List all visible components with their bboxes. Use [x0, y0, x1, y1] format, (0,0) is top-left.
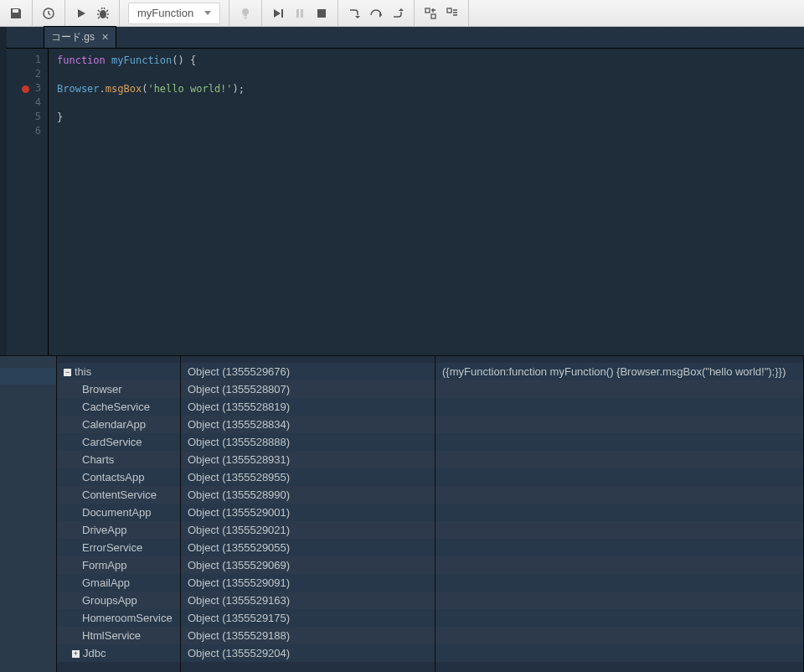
scope-item[interactable]: ContactsApp: [57, 468, 180, 486]
step-into-button[interactable]: [343, 3, 365, 24]
scope-item-preview: [436, 574, 803, 592]
expand-icon[interactable]: +: [72, 650, 80, 658]
file-tab-label: コード.gs: [51, 30, 95, 44]
file-tab[interactable]: コード.gs ✕: [44, 26, 116, 48]
scope-item-type: Object (1355529204): [181, 644, 435, 662]
scope-item[interactable]: Browser: [57, 380, 180, 398]
line-number[interactable]: 6: [7, 125, 48, 139]
svg-point-1: [100, 10, 106, 18]
debug-active-frame-indicator[interactable]: [0, 368, 56, 385]
line-number[interactable]: 1: [7, 54, 48, 68]
scope-item-preview: [436, 556, 803, 574]
scope-item[interactable]: CardService: [57, 433, 180, 451]
scope-item-type: Object (1355529021): [181, 521, 435, 539]
scope-types-column: Object (1355529676)Object (1355528807)Ob…: [181, 356, 436, 672]
code-text[interactable]: function myFunction() { Browser.msgBox('…: [49, 49, 804, 355]
scope-item-preview: [436, 592, 803, 609]
scope-item-preview: [436, 380, 803, 398]
debug-stop-button[interactable]: [311, 3, 332, 24]
function-select-label: myFunction: [137, 7, 193, 19]
tab-strip: コード.gs ✕: [7, 27, 804, 49]
chevron-down-icon: [204, 11, 211, 15]
debug-sidebar: [0, 356, 57, 672]
scope-item-preview: [436, 644, 803, 662]
svg-rect-2: [317, 9, 326, 18]
scope-item[interactable]: HomeroomService: [57, 609, 180, 627]
scope-item-label: Jdbc: [83, 647, 106, 659]
scope-preview-column: ({myFunction:function myFunction() {Brow…: [436, 356, 804, 672]
scope-item[interactable]: DocumentApp: [57, 504, 180, 521]
scope-item-type: Object (1355528834): [181, 416, 435, 433]
scope-item-type: Object (1355528819): [181, 398, 435, 416]
scope-item-type: Object (1355529188): [181, 627, 435, 644]
scope-item-type: Object (1355528888): [181, 433, 435, 451]
collapse-icon[interactable]: −: [64, 369, 71, 376]
scope-names-column: −thisBrowserCacheServiceCalendarAppCardS…: [57, 356, 181, 672]
scope-item-type: Object (1355529163): [181, 592, 435, 609]
scope-root-type: Object (1355529676): [181, 363, 435, 380]
history-button[interactable]: [38, 3, 59, 24]
scope-item[interactable]: DriveApp: [57, 521, 180, 539]
scope-item-type: Object (1355528990): [181, 486, 435, 504]
scope-item-preview: [436, 433, 803, 451]
scope-item-preview: [436, 539, 803, 556]
scope-item-preview: [436, 521, 803, 539]
scope-item-preview: [436, 504, 803, 521]
scope-item[interactable]: HtmlService: [57, 627, 180, 644]
watch-add-button[interactable]: [420, 3, 441, 24]
svg-rect-4: [431, 14, 436, 18]
scope-item-type: Object (1355529001): [181, 504, 435, 521]
function-select[interactable]: myFunction: [128, 3, 220, 24]
scope-item[interactable]: +Jdbc: [57, 644, 180, 662]
watch-refresh-button[interactable]: [441, 3, 463, 24]
svg-rect-3: [425, 8, 430, 13]
workspace: コード.gs ✕ 1 2 3 4 5 6 function myFunction…: [0, 27, 804, 355]
run-button[interactable]: [70, 3, 92, 24]
line-number[interactable]: 2: [7, 68, 48, 82]
line-number[interactable]: 4: [7, 96, 48, 111]
scope-item-type: Object (1355528807): [181, 380, 435, 398]
scope-item[interactable]: GroupsApp: [57, 592, 180, 609]
gutter[interactable]: 1 2 3 4 5 6: [7, 49, 49, 355]
scope-item[interactable]: ContentService: [57, 486, 180, 504]
breakpoint-icon[interactable]: [22, 85, 29, 93]
line-number[interactable]: 3: [7, 82, 48, 96]
step-out-button[interactable]: [387, 3, 409, 24]
line-number[interactable]: 5: [7, 111, 48, 125]
scope-root-label: this: [75, 365, 91, 378]
scope-item-type: Object (1355529069): [181, 556, 435, 574]
debug-button[interactable]: [92, 3, 114, 24]
scope-item-type: Object (1355529091): [181, 574, 435, 592]
scope-item[interactable]: CalendarApp: [57, 416, 180, 433]
scope-item-preview: [436, 398, 803, 416]
scope-root[interactable]: −this: [57, 363, 180, 380]
scope-item-preview: [436, 627, 803, 644]
scope-item-type: Object (1355529055): [181, 539, 435, 556]
scope-item-type: Object (1355528931): [181, 451, 435, 468]
scope-item[interactable]: FormApp: [57, 556, 180, 574]
debug-pause-button: [289, 3, 311, 24]
debug-panel: −thisBrowserCacheServiceCalendarAppCardS…: [0, 355, 804, 672]
toolbar: myFunction: [0, 0, 804, 27]
scope-item[interactable]: ErrorService: [57, 539, 180, 556]
scope-item-preview: [436, 416, 803, 433]
debug-continue-button[interactable]: [267, 3, 289, 24]
scope-root-preview: ({myFunction:function myFunction() {Brow…: [436, 363, 803, 380]
scope-item-preview: [436, 609, 803, 627]
svg-rect-5: [447, 8, 451, 13]
hint-button: [234, 3, 256, 24]
scope-item-preview: [436, 468, 803, 486]
code-editor[interactable]: 1 2 3 4 5 6 function myFunction() { Brow…: [7, 49, 804, 355]
scope-item-preview: [436, 486, 803, 504]
scope-item-type: Object (1355528955): [181, 468, 435, 486]
scope-item-type: Object (1355529175): [181, 609, 435, 627]
editor-left-rail: [0, 27, 7, 355]
scope-item[interactable]: CacheService: [57, 398, 180, 416]
close-icon[interactable]: ✕: [101, 32, 109, 43]
scope-item[interactable]: Charts: [57, 451, 180, 468]
scope-item-preview: [436, 451, 803, 468]
save-button[interactable]: [5, 3, 27, 24]
scope-item[interactable]: GmailApp: [57, 574, 180, 592]
step-over-button[interactable]: [365, 3, 387, 24]
